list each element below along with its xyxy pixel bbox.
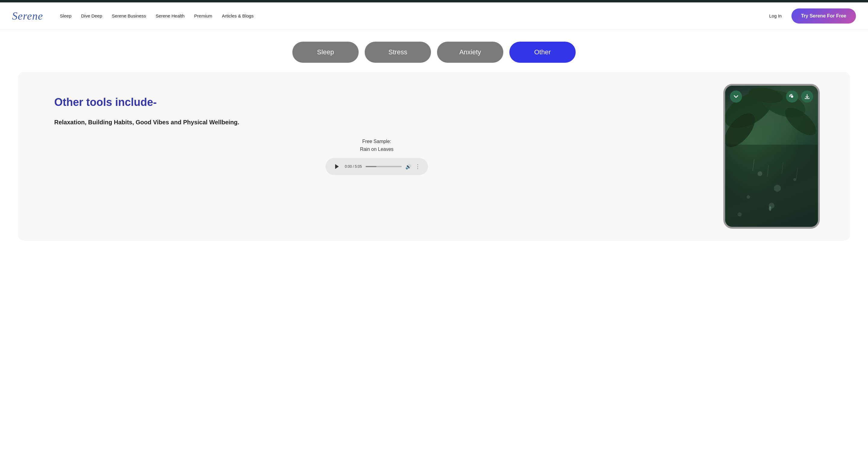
svg-rect-16 — [725, 145, 818, 226]
play-icon — [335, 164, 339, 169]
tab-sleep[interactable]: Sleep — [292, 41, 359, 63]
phone-background-image — [725, 86, 818, 227]
time-display: 0:00 / 5:05 — [345, 165, 362, 169]
play-button[interactable] — [333, 162, 341, 171]
progress-fill — [366, 166, 376, 167]
download-icon — [804, 94, 810, 99]
nav-premium[interactable]: Premium — [194, 13, 212, 19]
phone-chevron-down-button[interactable] — [730, 90, 742, 103]
phone-leaf-overlay — [725, 86, 818, 227]
tab-other[interactable]: Other — [509, 41, 576, 63]
progress-bar[interactable] — [366, 166, 402, 167]
tab-stress[interactable]: Stress — [365, 41, 431, 63]
cta-button[interactable]: Try Serene For Free — [792, 8, 856, 24]
tab-anxiety[interactable]: Anxiety — [437, 41, 503, 63]
category-tabs: Sleep Stress Anxiety Other — [0, 30, 868, 69]
phone-cast-button[interactable] — [786, 90, 798, 103]
cast-icon — [789, 93, 795, 99]
logo: Serene — [12, 10, 43, 22]
svg-point-17 — [791, 95, 793, 98]
navbar: Serene Sleep Dive Deep Serene Business S… — [0, 2, 868, 30]
content-left: Other tools include- Relaxation, Buildin… — [48, 84, 705, 187]
track-name: Rain on Leaves — [54, 147, 699, 152]
phone-controls — [730, 90, 813, 103]
chevron-down-icon — [733, 94, 739, 99]
nav-dive-deep[interactable]: Dive Deep — [81, 13, 102, 19]
nav-serene-business[interactable]: Serene Business — [112, 13, 146, 19]
phone-mockup — [723, 84, 820, 229]
phone-right-controls — [786, 90, 813, 103]
free-sample-label: Free Sample: — [54, 139, 699, 144]
tools-title: Other tools include- — [54, 96, 699, 109]
nav-serene-health[interactable]: Serene Health — [156, 13, 184, 19]
nav-login[interactable]: Log In — [769, 13, 782, 19]
audio-player: 0:00 / 5:05 🔊 ⋮ — [326, 158, 428, 175]
nav-articles-blogs[interactable]: Articles & Blogs — [222, 13, 253, 19]
main-content: Other tools include- Relaxation, Buildin… — [18, 72, 850, 241]
volume-button[interactable]: 🔊 — [405, 164, 411, 170]
nav-sleep[interactable]: Sleep — [60, 13, 71, 19]
top-bar — [0, 0, 868, 2]
phone-download-button[interactable] — [801, 90, 813, 103]
more-options-button[interactable]: ⋮ — [415, 163, 421, 170]
tools-description: Relaxation, Building Habits, Good Vibes … — [54, 118, 699, 127]
nav-links: Sleep Dive Deep Serene Business Serene H… — [60, 13, 760, 19]
